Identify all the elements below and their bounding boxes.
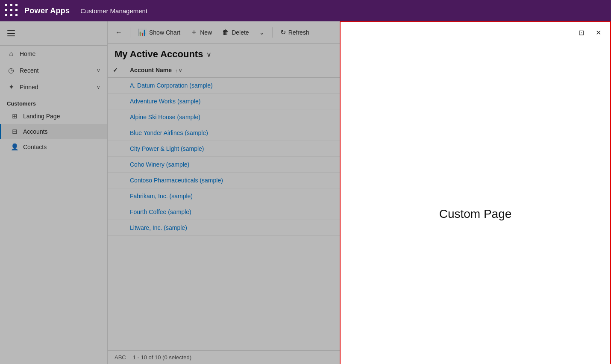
custom-page-label: Custom Page [439, 207, 512, 221]
check-all-icon: ✓ [113, 67, 118, 73]
sidebar-item-home[interactable]: ⌂ Home [0, 46, 107, 62]
plus-icon: ＋ [191, 28, 197, 37]
chart-icon: 📊 [138, 28, 147, 36]
show-chart-label: Show Chart [149, 29, 180, 36]
chevron-down-icon: ⌄ [259, 29, 264, 36]
customers-section-header: Customers [0, 95, 107, 109]
count-label: 1 - 10 of 10 (0 selected) [133, 354, 191, 361]
row-check[interactable] [108, 173, 125, 188]
app-grid-icon[interactable] [5, 4, 19, 18]
header-divider [75, 5, 75, 17]
row-check[interactable] [108, 220, 125, 236]
row-check[interactable] [108, 204, 125, 220]
sidebar-item-recent[interactable]: ◷ Recent ∨ [0, 62, 107, 79]
delete-icon: 🗑 [222, 29, 229, 36]
show-chart-button[interactable]: 📊 Show Chart [134, 26, 185, 39]
right-panel: ⊡ ✕ Custom Page [340, 21, 611, 364]
contacts-icon: 👤 [10, 143, 19, 151]
app-name: Customer Management [80, 7, 147, 15]
app-logo: Power Apps [24, 6, 70, 15]
list-title-chevron[interactable]: ∨ [206, 50, 212, 59]
row-check[interactable] [108, 77, 125, 94]
row-check[interactable] [108, 125, 125, 141]
row-check[interactable] [108, 157, 125, 173]
row-check[interactable] [108, 94, 125, 109]
expand-button[interactable]: ⊡ [574, 26, 588, 39]
toolbar-divider [130, 27, 130, 38]
page-label: ABC [115, 354, 126, 361]
chevron-down-icon: ∨ [97, 68, 100, 73]
landing-page-icon: ⊞ [10, 112, 19, 120]
top-bar: Power Apps Customer Management [0, 0, 611, 21]
dropdown-button[interactable]: ⌄ [255, 26, 269, 38]
sort-icons: ↑ ∨ [175, 68, 182, 73]
sidebar-item-label: Contacts [23, 144, 47, 150]
new-button[interactable]: ＋ New [186, 25, 216, 39]
sidebar-item-contacts[interactable]: 👤 Contacts [0, 139, 107, 155]
col-check: ✓ [108, 63, 125, 77]
delete-label: Delete [232, 29, 249, 36]
sidebar-top [0, 21, 107, 46]
right-panel-header: ⊡ ✕ [341, 22, 610, 43]
sidebar: ⌂ Home ◷ Recent ∨ ✦ Pinned ∨ Customers ⊞… [0, 21, 108, 364]
home-icon: ⌂ [7, 50, 15, 58]
row-check[interactable] [108, 188, 125, 204]
close-button[interactable]: ✕ [591, 26, 605, 39]
chevron-down-icon: ∨ [97, 84, 100, 90]
sidebar-item-accounts[interactable]: ⊟ Accounts [0, 124, 107, 139]
sidebar-item-label: Landing Page [23, 113, 60, 120]
recent-icon: ◷ [7, 66, 15, 74]
delete-button[interactable]: 🗑 Delete [218, 26, 253, 39]
hamburger-button[interactable] [3, 26, 19, 41]
pin-icon: ✦ [7, 83, 15, 91]
sidebar-item-landing-page[interactable]: ⊞ Landing Page [0, 109, 107, 124]
new-label: New [200, 29, 212, 36]
list-title: My Active Accounts [115, 49, 203, 60]
sidebar-item-label: Pinned [20, 84, 92, 91]
row-check[interactable] [108, 141, 125, 157]
sidebar-item-label: Recent [20, 67, 92, 74]
accounts-icon: ⊟ [10, 128, 19, 135]
sidebar-item-pinned[interactable]: ✦ Pinned ∨ [0, 79, 107, 95]
row-check[interactable] [108, 109, 125, 125]
toolbar-divider-2 [272, 27, 273, 38]
expand-icon: ⊡ [579, 29, 584, 37]
close-icon: ✕ [596, 29, 601, 37]
refresh-button[interactable]: ↻ Refresh [276, 26, 314, 39]
refresh-icon: ↻ [280, 28, 286, 36]
right-panel-body: Custom Page [341, 43, 610, 364]
sidebar-item-label: Accounts [23, 128, 48, 135]
main-layout: ⌂ Home ◷ Recent ∨ ✦ Pinned ∨ Customers ⊞… [0, 21, 611, 364]
refresh-label: Refresh [288, 29, 309, 36]
back-button[interactable]: ← [111, 26, 126, 39]
sidebar-item-label: Home [20, 50, 100, 57]
back-icon: ← [115, 29, 122, 36]
